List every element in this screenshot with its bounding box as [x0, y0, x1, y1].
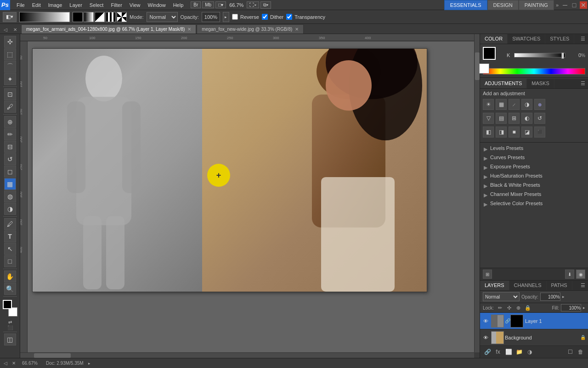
layer-row-background[interactable]: 👁 Background 🔒	[480, 329, 588, 346]
add-layer-icon[interactable]: ⊞	[483, 270, 492, 279]
color-balance-icon[interactable]: ▤	[496, 113, 507, 124]
background-visibility-icon[interactable]: 👁	[482, 334, 489, 341]
reverse-checkbox[interactable]	[232, 14, 238, 20]
new-layer-icon[interactable]: ☐	[565, 347, 575, 356]
eraser-tool[interactable]: ◻	[4, 166, 16, 178]
hue-saturation-presets-item[interactable]: ▶ Hue/Saturation Presets	[480, 171, 588, 180]
linear-gradient-button[interactable]	[73, 12, 83, 22]
minimize-button[interactable]: ─	[561, 1, 569, 9]
blur-tool[interactable]: ◍	[4, 190, 16, 202]
dither-checkbox[interactable]	[262, 14, 268, 20]
collapse-left-icon[interactable]: ◁	[4, 361, 7, 366]
layer-1-link-icon[interactable]: 🔗	[505, 315, 510, 328]
layer-blend-mode-select[interactable]: Normal Multiply	[483, 292, 520, 301]
curves-presets-item[interactable]: ▶ Curves Presets	[480, 153, 588, 162]
add-mask-icon[interactable]: ⬜	[504, 347, 513, 356]
layer-1-visibility-icon[interactable]: 👁	[482, 317, 489, 325]
expand-icon[interactable]: ✕	[11, 25, 19, 34]
gradient-preview[interactable]	[19, 12, 70, 22]
mixer-brush-icon[interactable]: Mb	[202, 1, 214, 8]
maximize-button[interactable]: □	[571, 1, 578, 9]
levels-icon[interactable]: ▦	[496, 99, 507, 110]
bg-color-large[interactable]	[479, 63, 489, 74]
lock-icon[interactable]: 🔒	[524, 304, 531, 311]
menu-view[interactable]: View	[126, 1, 144, 9]
brush-tool[interactable]: ✏	[4, 128, 16, 140]
type-tool[interactable]: T	[4, 230, 16, 242]
brush-mode-icon[interactable]: Br	[191, 1, 201, 8]
create-group-icon[interactable]: 📁	[514, 347, 524, 356]
healing-brush-tool[interactable]: ⊕	[4, 116, 16, 128]
menu-layer[interactable]: Layer	[66, 1, 86, 9]
k-slider[interactable]	[514, 53, 565, 58]
menu-file[interactable]: File	[13, 1, 28, 9]
diamond-gradient-button[interactable]	[117, 12, 127, 22]
tab-color[interactable]: COLOR	[480, 34, 508, 44]
magic-wand-tool[interactable]: ✦	[4, 73, 16, 85]
panel-options-icon[interactable]: ☰	[578, 34, 588, 44]
blend-mode-select[interactable]: Normal Dissolve Multiply	[147, 12, 178, 22]
color-spectrum-bar[interactable]	[483, 68, 585, 75]
collapse-panels-icon[interactable]: ◁	[1, 25, 10, 34]
reflected-gradient-button[interactable]	[106, 12, 116, 22]
crop-tool[interactable]: ⊡	[4, 88, 16, 100]
tab-styles[interactable]: STYLES	[545, 34, 574, 44]
tab-1-close[interactable]: ✕	[187, 27, 191, 32]
curves-icon[interactable]: ⟋	[509, 99, 520, 110]
adjustments-menu-icon[interactable]: ☰	[578, 79, 588, 88]
vibrance-icon[interactable]: ⊕	[534, 99, 545, 110]
essentials-button[interactable]: ESSENTIALS	[444, 0, 487, 10]
dodge-tool[interactable]: ◑	[4, 203, 16, 215]
lock-all-icon[interactable]: ⊕	[515, 304, 522, 311]
add-layer-style-icon[interactable]: fx	[493, 347, 503, 356]
opacity-arrow[interactable]: ▸	[223, 12, 229, 22]
delete-layer-icon[interactable]: 🗑	[576, 347, 585, 356]
invert-icon[interactable]: ◧	[483, 126, 494, 138]
selective-color-presets-item[interactable]: ▶ Selective Color Presets	[480, 199, 588, 208]
tab-2[interactable]: megan_fox_new-wide.jpg @ 33.3% (RGB/8) ✕	[197, 24, 304, 34]
horizontal-scrollbar[interactable]	[20, 352, 474, 358]
arrange-icon[interactable]: ⧉▾	[260, 1, 271, 9]
tab-paths[interactable]: PATHS	[547, 281, 572, 290]
layer-row-1[interactable]: 👁 🔗 Layer 1	[480, 313, 588, 329]
lock-position-icon[interactable]: ✣	[506, 304, 513, 311]
lock-pixels-icon[interactable]: ✏	[497, 304, 504, 311]
scroll-thumb-horizontal[interactable]	[34, 353, 71, 358]
menu-edit[interactable]: Edit	[28, 1, 45, 9]
canvas-size-icon[interactable]: □▾	[215, 1, 226, 8]
tab-2-close[interactable]: ✕	[295, 27, 299, 32]
bw-icon[interactable]: ⊞	[509, 113, 520, 124]
tab-layers[interactable]: LAYERS	[480, 281, 509, 290]
menu-window[interactable]: Window	[144, 1, 170, 9]
angle-gradient-button[interactable]	[95, 12, 105, 22]
quick-mask-toggle[interactable]: ◫	[4, 334, 16, 345]
foreground-color-swatch[interactable]	[3, 300, 12, 309]
status-info-arrow[interactable]: ▸	[88, 361, 90, 366]
levels-presets-item[interactable]: ▶ Levels Presets	[480, 144, 588, 153]
menu-filter[interactable]: Filter	[107, 1, 125, 9]
menu-help[interactable]: Help	[170, 1, 187, 9]
design-button[interactable]: DESIGN	[487, 0, 519, 10]
stamp-tool[interactable]: ⊟	[4, 141, 16, 153]
default-colors-icon[interactable]: ⬛	[7, 325, 13, 330]
photo-filter-icon[interactable]: ◐	[521, 113, 532, 124]
exposure-presets-item[interactable]: ▶ Exposure Presets	[480, 162, 588, 171]
clip-to-layer-icon[interactable]: ⬇	[565, 270, 574, 279]
channel-mixer-icon[interactable]: ↺	[534, 113, 545, 124]
gradient-tool[interactable]: ▦	[4, 178, 16, 190]
eyedropper-tool[interactable]: 🖋	[4, 101, 16, 113]
shape-tool[interactable]: □	[4, 255, 16, 267]
pen-tool[interactable]: 🖊	[4, 218, 16, 230]
create-fill-adjustment-icon[interactable]: ◑	[525, 347, 534, 356]
exposure-icon[interactable]: ◑	[521, 99, 532, 110]
fill-input[interactable]	[561, 304, 581, 311]
history-brush-tool[interactable]: ↺	[4, 153, 16, 165]
tab-swatches[interactable]: SWATCHES	[508, 34, 545, 44]
channel-mixer-presets-item[interactable]: ▶ Channel Mixer Presets	[480, 190, 588, 199]
layer-opacity-input[interactable]	[540, 293, 560, 301]
expand-left-icon[interactable]: ✕	[12, 361, 16, 366]
hand-tool[interactable]: ✋	[4, 270, 16, 282]
hue-saturation-icon[interactable]: ▽	[483, 113, 494, 124]
menu-select[interactable]: Select	[86, 1, 107, 9]
fill-arrow[interactable]: ▸	[583, 305, 585, 310]
